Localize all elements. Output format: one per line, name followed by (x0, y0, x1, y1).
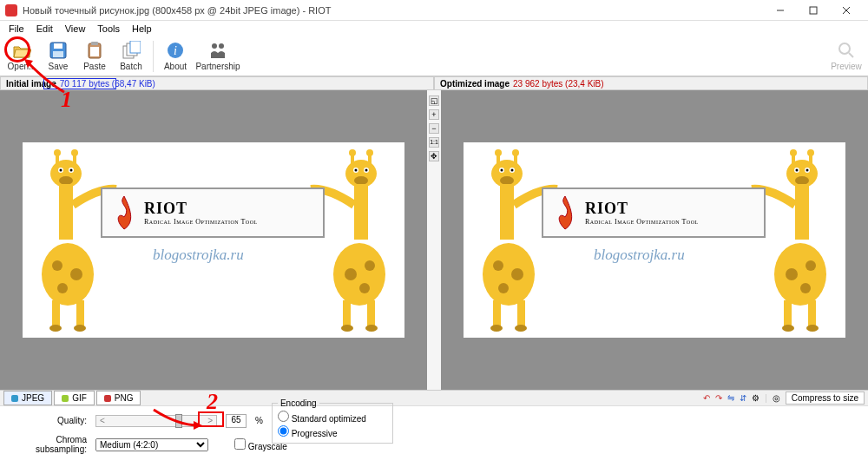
riot-sign: RIOT Radical Image Optimization Tool (101, 188, 325, 238)
svg-point-37 (74, 325, 86, 332)
watermark-url: blogostrojka.ru (153, 247, 244, 264)
svg-point-83 (806, 169, 809, 172)
zoom-pan-icon[interactable]: ✥ (429, 151, 439, 161)
about-button[interactable]: i About (157, 37, 194, 76)
svg-point-46 (355, 169, 358, 172)
open-button[interactable]: Open... (3, 37, 40, 76)
svg-point-26 (60, 169, 62, 172)
svg-point-17 (839, 43, 850, 54)
menu-file[interactable]: File (3, 23, 30, 35)
svg-rect-72 (493, 300, 501, 326)
svg-point-50 (365, 260, 375, 271)
svg-rect-35 (76, 300, 84, 326)
giraffe-left-icon (481, 144, 559, 333)
optimized-image-info: Optimized image 23 962 bytes (23,4 KiB) (434, 76, 868, 90)
quality-value[interactable]: 65 (226, 414, 247, 428)
floppy-icon (49, 41, 68, 60)
svg-point-85 (795, 176, 809, 185)
svg-rect-34 (52, 300, 60, 326)
svg-point-28 (59, 176, 73, 185)
zoom-out-icon[interactable]: − (429, 123, 439, 134)
svg-point-84 (796, 169, 799, 172)
svg-point-89 (786, 268, 798, 280)
tab-jpeg[interactable]: JPEG (3, 391, 52, 405)
rotate-left-icon[interactable]: ↶ (703, 393, 710, 403)
svg-rect-54 (343, 300, 351, 326)
svg-point-15 (212, 43, 217, 49)
menu-view[interactable]: View (60, 23, 91, 35)
app-icon (5, 4, 17, 16)
save-button[interactable]: Save (40, 37, 76, 76)
svg-rect-73 (517, 300, 525, 326)
window-title: Новый точечный рисунок.jpg (800x458 px @… (23, 5, 764, 16)
menu-help[interactable]: Help (127, 23, 157, 35)
chroma-label: Chroma subsampling: (9, 435, 87, 454)
zoom-strip: ◱ + − 1:1 ✥ (427, 90, 441, 390)
svg-point-49 (333, 243, 385, 306)
tab-png[interactable]: PNG (96, 391, 141, 405)
encoding-progressive[interactable]: Progressive (278, 425, 384, 440)
initial-image-pane[interactable]: RIOT Radical Image Optimization Tool blo… (0, 90, 427, 390)
settings-icon[interactable]: ⚙ (752, 393, 760, 403)
folder-open-icon (12, 41, 31, 60)
svg-rect-8 (91, 42, 98, 45)
svg-point-71 (498, 283, 509, 293)
maximize-button[interactable] (797, 0, 830, 21)
svg-text:i: i (174, 44, 177, 57)
zoom-11-button[interactable]: 1:1 (429, 137, 439, 148)
svg-rect-6 (53, 51, 63, 57)
svg-point-64 (501, 169, 503, 172)
optimized-image-pane[interactable]: RIOT Radical Image Optimization Tool blo… (441, 90, 868, 390)
svg-point-31 (52, 260, 62, 271)
workspace: RIOT Radical Image Optimization Tool blo… (0, 90, 868, 390)
svg-point-94 (782, 325, 794, 332)
svg-rect-29 (59, 184, 73, 240)
svg-rect-91 (808, 300, 816, 326)
menu-edit[interactable]: Edit (31, 23, 58, 35)
svg-point-45 (365, 169, 368, 172)
svg-point-27 (70, 169, 73, 172)
menu-tools[interactable]: Tools (92, 23, 125, 35)
quality-label: Quality: (9, 416, 87, 425)
flame-icon (550, 194, 580, 231)
zoom-in-icon[interactable]: + (429, 109, 439, 120)
flip-h-icon[interactable]: ⇋ (727, 393, 734, 403)
svg-point-69 (493, 260, 503, 271)
close-button[interactable] (830, 0, 863, 21)
controls-row1: Quality: < > 65 % Encoding Standard opti… (0, 405, 868, 435)
encoding-group: Encoding Standard optimized Progressive (272, 398, 393, 444)
svg-point-32 (70, 268, 82, 280)
svg-point-88 (806, 260, 816, 271)
giraffe-left-icon (40, 144, 118, 333)
partnership-button[interactable]: Partnership (194, 37, 242, 76)
initial-canvas: RIOT Radical Image Optimization Tool blo… (23, 142, 404, 338)
handshake-icon (208, 41, 227, 60)
chroma-select[interactable]: Medium (4:2:0) (95, 438, 208, 451)
clipboard-icon (85, 41, 104, 60)
svg-point-66 (500, 176, 514, 185)
titlebar: Новый точечный рисунок.jpg (800x458 px @… (0, 0, 868, 21)
rotate-right-icon[interactable]: ↷ (715, 393, 722, 403)
paste-button[interactable]: Paste (76, 37, 113, 76)
zoom-fit-icon[interactable]: ◱ (429, 95, 439, 106)
tab-gif[interactable]: GIF (54, 391, 95, 405)
compress-to-size-button[interactable]: Compress to size (786, 391, 865, 405)
toolbar: Open... Save Paste Batch i About Partner… (0, 36, 868, 76)
encoding-standard[interactable]: Standard optimized (278, 411, 384, 425)
svg-point-47 (354, 176, 368, 185)
preview-button[interactable]: Preview (828, 37, 865, 76)
svg-rect-86 (795, 184, 809, 240)
flip-v-icon[interactable]: ⇵ (740, 393, 746, 403)
minimize-button[interactable] (764, 0, 797, 21)
quality-slider[interactable]: < > (95, 415, 217, 427)
svg-point-51 (345, 268, 357, 280)
svg-point-52 (359, 283, 370, 293)
optimized-canvas: RIOT Radical Image Optimization Tool blo… (464, 142, 845, 338)
flame-icon (109, 194, 139, 231)
svg-point-68 (483, 243, 535, 306)
batch-button[interactable]: Batch (113, 37, 149, 76)
svg-rect-9 (90, 47, 99, 56)
format-tabs: JPEG GIF PNG ↶ ↷ ⇋ ⇵ ⚙ | ◎ Compress to s… (0, 390, 868, 405)
svg-point-93 (806, 325, 819, 332)
svg-rect-48 (354, 184, 368, 240)
